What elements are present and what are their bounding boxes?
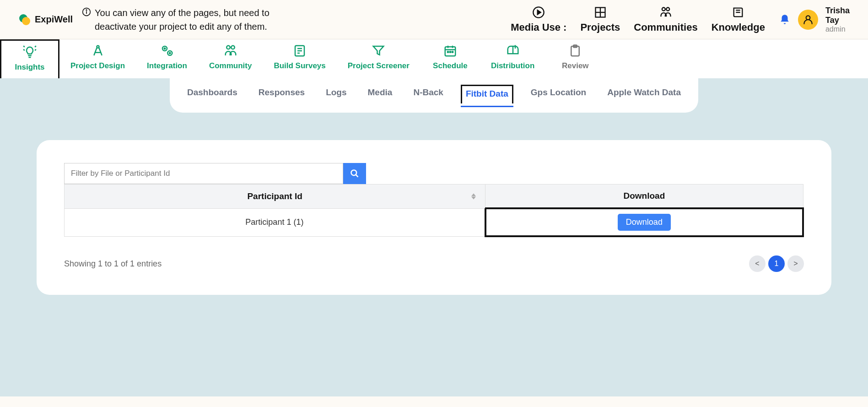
svg-line-40 <box>356 175 358 177</box>
svg-point-17 <box>97 46 99 48</box>
svg-point-34 <box>452 51 453 53</box>
nav-communities[interactable]: Communities <box>634 6 697 33</box>
svg-line-14 <box>35 49 36 51</box>
search-icon <box>350 169 359 178</box>
svg-point-12 <box>806 16 810 20</box>
subtab-logs[interactable]: Logs <box>322 85 350 103</box>
filter-input[interactable] <box>64 163 343 184</box>
tab-build-surveys-label: Build Surveys <box>274 61 325 71</box>
clipboard-icon <box>567 44 583 58</box>
subtab-responses[interactable]: Responses <box>255 85 308 103</box>
nav-media-use[interactable]: Media Use : <box>511 6 566 33</box>
tab-project-design-label: Project Design <box>70 61 125 71</box>
entries-info: Showing 1 to 1 of 1 entries <box>64 259 162 269</box>
cell-download: Download <box>485 208 803 236</box>
page-next[interactable]: > <box>787 255 804 272</box>
user-role: admin <box>825 25 850 33</box>
tab-insights-label: Insights <box>15 63 44 72</box>
table-row: Participant 1 (1) Download <box>65 208 803 236</box>
user-icon <box>802 14 814 26</box>
subtab-nback[interactable]: N-Back <box>410 85 447 103</box>
search-button[interactable] <box>343 163 366 184</box>
subtab-apple[interactable]: Apple Watch Data <box>604 85 685 103</box>
tab-community-label: Community <box>209 61 252 71</box>
bell-icon[interactable] <box>779 14 791 26</box>
info-text: You can view any of the pages, but need … <box>95 6 274 33</box>
svg-point-22 <box>226 46 230 49</box>
svg-line-13 <box>23 49 25 51</box>
people-icon <box>659 6 672 19</box>
col-download: Download <box>485 185 803 209</box>
col-download-label: Download <box>623 191 665 201</box>
col-participant-label: Participant Id <box>247 191 302 201</box>
subtab-fitbit[interactable]: Fitbit Data <box>461 85 513 103</box>
tab-review-label: Review <box>562 61 589 71</box>
nav-media-label: Media Use : <box>511 22 566 33</box>
svg-point-32 <box>447 51 449 53</box>
subtab-gps[interactable]: Gps Location <box>527 85 590 103</box>
tab-review[interactable]: Review <box>545 39 605 78</box>
group-icon <box>223 44 238 58</box>
nav-projects-label: Projects <box>580 22 620 33</box>
tab-integration[interactable]: Integration <box>136 39 198 78</box>
tab-insights[interactable]: Insights <box>0 39 59 78</box>
svg-point-8 <box>662 7 665 11</box>
svg-line-16 <box>35 46 36 47</box>
subtab-media[interactable]: Media <box>364 85 396 103</box>
info-icon <box>82 6 91 16</box>
nav-knowledge-label: Knowledge <box>712 22 765 33</box>
nav-knowledge[interactable]: Knowledge <box>712 6 765 33</box>
svg-point-9 <box>666 7 669 11</box>
tab-schedule[interactable]: Schedule <box>421 39 480 78</box>
svg-point-2 <box>86 10 87 11</box>
col-participant-id[interactable]: Participant Id <box>65 185 485 209</box>
grid-icon <box>594 6 607 19</box>
user-name-line1: Trisha <box>825 6 850 16</box>
user-info: Trisha Tay admin <box>825 6 850 33</box>
subtab-dashboards[interactable]: Dashboards <box>183 85 241 103</box>
info-banner: You can view any of the pages, but need … <box>82 6 274 33</box>
svg-marker-4 <box>538 10 541 14</box>
user-name-line2: Tay <box>825 16 850 25</box>
tab-project-screener-label: Project Screener <box>348 61 410 71</box>
form-icon <box>292 44 307 58</box>
brand-name: ExpiWell <box>35 14 73 25</box>
tab-distribution-label: Distribution <box>491 61 534 71</box>
tab-project-screener[interactable]: Project Screener <box>337 39 421 78</box>
tab-build-surveys[interactable]: Build Surveys <box>263 39 336 78</box>
svg-point-33 <box>450 51 451 53</box>
download-button[interactable]: Download <box>618 214 671 231</box>
tab-project-design[interactable]: Project Design <box>59 39 136 78</box>
compass-icon <box>90 44 106 58</box>
tab-integration-label: Integration <box>147 61 187 71</box>
svg-point-39 <box>351 170 357 176</box>
tab-community[interactable]: Community <box>198 39 263 78</box>
cell-participant: Participant 1 (1) <box>65 208 485 236</box>
svg-point-21 <box>169 53 171 54</box>
page-1[interactable]: 1 <box>768 255 785 272</box>
funnel-icon <box>371 44 386 58</box>
page-prev[interactable]: < <box>749 255 766 272</box>
logo-icon <box>18 13 31 26</box>
brand-logo[interactable]: ExpiWell <box>18 13 73 26</box>
nav-projects[interactable]: Projects <box>580 6 620 33</box>
mailbox-icon <box>505 44 521 58</box>
avatar[interactable] <box>798 10 818 30</box>
svg-point-23 <box>231 46 235 49</box>
nav-communities-label: Communities <box>634 22 697 33</box>
book-icon <box>732 6 744 19</box>
gears-icon <box>159 44 175 58</box>
tab-distribution[interactable]: Distribution <box>480 39 545 78</box>
lightbulb-icon <box>22 45 38 59</box>
svg-line-15 <box>23 46 25 47</box>
tab-schedule-label: Schedule <box>433 61 468 71</box>
play-icon <box>532 6 545 19</box>
calendar-icon <box>442 44 458 58</box>
svg-point-19 <box>164 48 166 49</box>
sort-icon <box>471 193 476 199</box>
